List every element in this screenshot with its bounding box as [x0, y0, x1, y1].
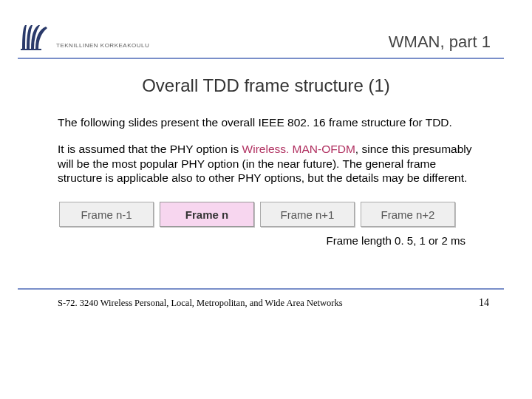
footer: S-72. 3240 Wireless Personal, Local, Met…: [0, 290, 532, 309]
paragraph-1: The following slides present the overall…: [58, 115, 483, 130]
fan-logo-icon: [18, 21, 50, 53]
frame-box: Frame n-1: [59, 202, 154, 227]
header-title: WMAN, part 1: [389, 33, 491, 53]
slide-title: Overall TDD frame structure (1): [0, 75, 532, 96]
phy-option-highlight: Wireless. MAN-OFDM: [242, 143, 355, 155]
frame-box-current: Frame n: [160, 202, 254, 227]
header-rule: [18, 58, 504, 59]
frame-length-note: Frame length 0. 5, 1 or 2 ms: [0, 227, 532, 247]
institution-name: TEKNILLINEN KORKEAKOULU: [56, 42, 149, 53]
header: TEKNILLINEN KORKEAKOULU WMAN, part 1: [0, 0, 532, 53]
paragraph-2: It is assumed that the PHY option is Wir…: [58, 142, 483, 185]
page-number: 14: [479, 297, 489, 309]
p2-part-a: It is assumed that the PHY option is: [58, 143, 242, 155]
frame-box: Frame n+1: [260, 202, 355, 227]
svg-rect-0: [21, 49, 41, 50]
frames-row: Frame n-1 Frame n Frame n+1 Frame n+2: [59, 202, 532, 227]
logo-block: TEKNILLINEN KORKEAKOULU: [18, 21, 149, 53]
slide: TEKNILLINEN KORKEAKOULU WMAN, part 1 Ove…: [0, 0, 532, 399]
course-code: S-72. 3240 Wireless Personal, Local, Met…: [58, 298, 343, 309]
frame-box: Frame n+2: [361, 202, 455, 227]
body-text: The following slides present the overall…: [0, 96, 532, 185]
